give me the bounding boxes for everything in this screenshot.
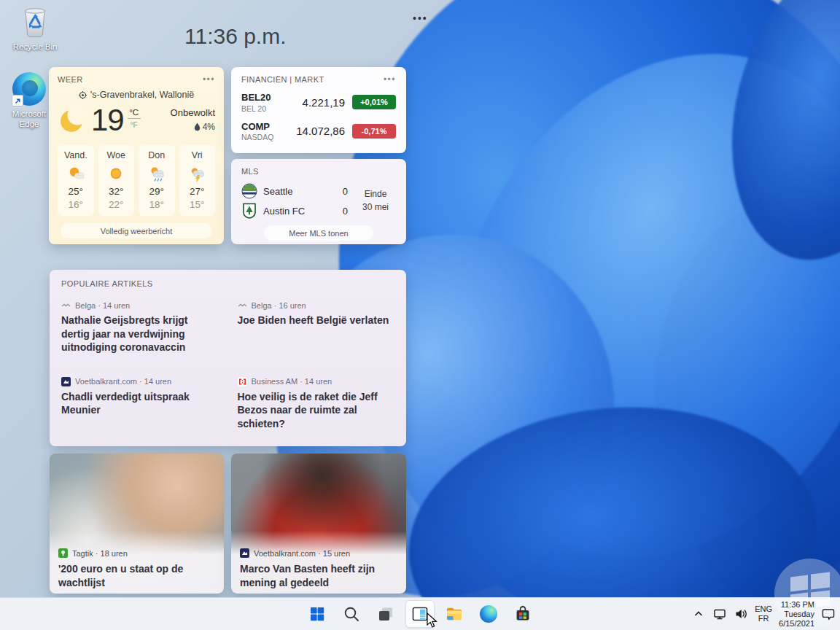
- raindrop-icon: [194, 122, 201, 131]
- article-title: Hoe veilig is de raket die Jeff Bezos na…: [238, 390, 395, 431]
- team-score: 0: [343, 206, 355, 217]
- search-button[interactable]: [337, 600, 366, 628]
- weather-widget[interactable]: WEER ••• 's-Gravenbrakel, Wallonië 19 °C…: [49, 67, 224, 244]
- finance-more-icon[interactable]: •••: [384, 76, 396, 83]
- recycle-bin-label: Recycle Bin: [9, 42, 61, 52]
- news-article[interactable]: Belga · 16 uren Joe Biden heeft België v…: [238, 300, 395, 354]
- article-meta: Tagtik · 18 uren: [72, 549, 128, 558]
- storm-icon: [179, 164, 216, 183]
- article-meta: Belga · 16 uren: [252, 301, 306, 310]
- mls-widget[interactable]: MLS Seattle 0: [231, 159, 406, 244]
- article-meta: Business AM · 14 uren: [252, 377, 332, 386]
- forecast-day[interactable]: Vand. 25° 16°: [58, 145, 94, 216]
- unit-celsius[interactable]: °C: [129, 108, 139, 117]
- finance-header: FINANCIËN | MARKT: [241, 75, 324, 84]
- mls-match-row[interactable]: Austin FC 0: [241, 201, 355, 220]
- file-explorer-icon: [445, 605, 464, 623]
- forecast-day[interactable]: Woe 32° 22°: [98, 145, 135, 216]
- ticker-change-badge: -0,71%: [352, 124, 396, 139]
- seattle-sounders-logo: [241, 183, 257, 199]
- store-button[interactable]: [508, 600, 537, 628]
- recycle-bin-icon: [9, 6, 61, 39]
- weather-condition: Onbewolkt: [171, 107, 215, 118]
- sun-icon: [98, 164, 135, 183]
- file-explorer-button[interactable]: [440, 600, 469, 628]
- ticker-value: 14.072,86: [296, 125, 345, 137]
- forecast-day[interactable]: Vri 27° 15°: [179, 145, 216, 216]
- mls-header: MLS: [241, 167, 259, 176]
- article-meta: Voetbalkrant.com · 14 uren: [75, 377, 171, 386]
- voetbalkrant-icon: [61, 377, 71, 386]
- widgets-time-heading: 11:36 p.m.: [184, 24, 287, 49]
- notification-center-icon[interactable]: [821, 604, 836, 624]
- widgets-panel-more-icon[interactable]: •••: [413, 12, 428, 24]
- task-view-button[interactable]: [371, 600, 400, 628]
- recycle-bin-shortcut[interactable]: Recycle Bin: [9, 6, 61, 52]
- weather-more-icon[interactable]: •••: [203, 76, 215, 83]
- network-icon[interactable]: [712, 604, 727, 624]
- weather-header: WEER: [58, 75, 83, 84]
- mls-match-row[interactable]: Seattle 0: [241, 182, 355, 201]
- voetbalkrant-icon: [240, 548, 249, 558]
- desktop: Recycle Bin Microsoft Edge 11:36 p.m. ••…: [0, 0, 840, 630]
- start-icon: [308, 605, 326, 623]
- unit-fahrenheit[interactable]: °F: [130, 120, 138, 129]
- article-title: Chadli verdedigt uitspraak Meunier: [61, 390, 219, 417]
- tray-chevron-up-icon[interactable]: [691, 604, 706, 624]
- team-name: Seattle: [263, 186, 292, 197]
- store-icon: [514, 605, 532, 623]
- edge-button[interactable]: [474, 600, 503, 628]
- weather-temperature: 19: [91, 103, 124, 138]
- ticker-value: 4.221,19: [303, 96, 345, 109]
- austin-fc-logo: [241, 203, 257, 219]
- weather-location: 's-Gravenbrakel, Wallonië: [90, 90, 194, 100]
- tray-time: 11:36 PM: [779, 600, 814, 610]
- ticker-symbol: COMP: [241, 121, 273, 133]
- article-title: Joe Biden heeft België verlaten: [238, 314, 395, 327]
- match-status: Einde 30 mei: [355, 188, 396, 214]
- start-button[interactable]: [303, 600, 332, 628]
- article-title: Marco Van Basten heeft zijn mening al ge…: [240, 562, 399, 589]
- tray-date: 6/15/2021: [779, 619, 814, 629]
- finance-row[interactable]: COMP NASDAQ 14.072,86 -0,71%: [241, 121, 396, 142]
- volume-icon[interactable]: [734, 604, 748, 624]
- show-more-mls-button[interactable]: Meer MLS tonen: [264, 225, 373, 241]
- edge-label: Microsoft Edge: [4, 109, 55, 130]
- news-article[interactable]: Business AM · 14 uren Hoe veilig is de r…: [238, 377, 395, 431]
- edge-shortcut[interactable]: Microsoft Edge: [4, 71, 55, 130]
- popular-articles-widget: POPULAIRE ARTIKELS Belga · 14 uren Natha…: [50, 270, 406, 446]
- tagtik-icon: [58, 548, 68, 558]
- task-view-icon: [377, 605, 394, 623]
- finance-row[interactable]: BEL20 BEL 20 4.221,19 +0,01%: [241, 92, 396, 113]
- edge-icon: [12, 71, 47, 106]
- temperature-unit-toggle[interactable]: °C °F: [128, 108, 141, 129]
- article-title: Nathalie Geijsbregts krijgt dertig jaar …: [61, 314, 219, 354]
- finance-widget[interactable]: FINANCIËN | MARKT ••• BEL20 BEL 20 4.221…: [231, 67, 406, 153]
- team-name: Austin FC: [263, 206, 305, 217]
- widgets-icon: [411, 605, 429, 623]
- news-photo-card[interactable]: Voetbalkrant.com · 15 uren Marco Van Bas…: [231, 454, 406, 594]
- article-title: '200 euro en u staat op de wachtlijst: [58, 562, 217, 589]
- belga-icon: [61, 300, 71, 310]
- sun-cloud-icon: [58, 164, 94, 183]
- full-weather-report-button[interactable]: Volledig weerbericht: [61, 223, 212, 238]
- ticker-exchange: BEL 20: [241, 104, 271, 113]
- edge-icon: [480, 605, 497, 623]
- news-photo-card[interactable]: Tagtik · 18 uren '200 euro en u staat op…: [50, 454, 224, 594]
- widgets-button[interactable]: [405, 600, 435, 628]
- team-score: 0: [343, 186, 355, 197]
- tray-clock[interactable]: 11:36 PM Tuesday 6/15/2021: [779, 600, 814, 629]
- news-article[interactable]: Voetbalkrant.com · 14 uren Chadli verded…: [61, 377, 219, 431]
- news-article[interactable]: Belga · 14 uren Nathalie Geijsbregts kri…: [61, 300, 219, 354]
- ticker-exchange: NASDAQ: [241, 133, 273, 141]
- article-meta: Voetbalkrant.com · 15 uren: [254, 549, 350, 558]
- language-indicator[interactable]: ENG FR: [755, 604, 772, 623]
- ticker-change-badge: +0,01%: [352, 95, 396, 109]
- business-am-icon: [238, 377, 247, 386]
- forecast-day[interactable]: Don 29° 18°: [139, 145, 175, 216]
- article-meta: Belga · 14 uren: [75, 301, 130, 310]
- tray-day: Tuesday: [779, 610, 814, 619]
- sun-rain-icon: [139, 164, 175, 183]
- weather-precipitation: 4%: [203, 122, 215, 132]
- location-icon: [79, 91, 87, 99]
